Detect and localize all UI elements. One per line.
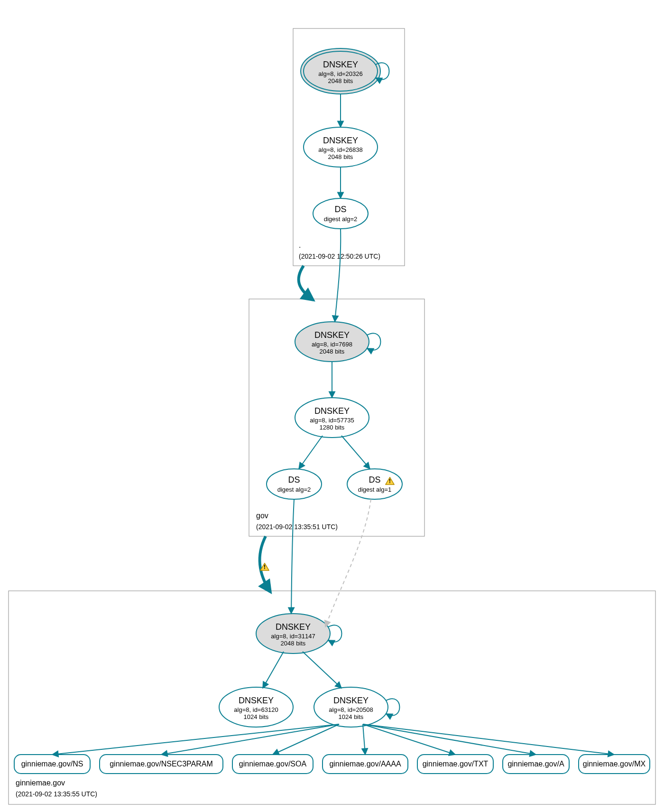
dnssec-graph: .(2021-09-02 12:50:26 UTC)gov(2021-09-02…: [0, 0, 664, 812]
svg-text:2048 bits: 2048 bits: [328, 153, 353, 160]
svg-text:alg=8, id=20508: alg=8, id=20508: [329, 706, 373, 713]
edge-govds1-gmksk: [325, 499, 371, 627]
svg-text:ginniemae.gov/A: ginniemae.gov/A: [507, 760, 564, 768]
node-root_ds: DSdigest alg=2: [313, 198, 368, 229]
edge-gmzsk2-ns: [52, 724, 339, 755]
edge-govzsk-ds1: [341, 436, 370, 469]
svg-text:DNSKEY: DNSKEY: [239, 696, 274, 705]
svg-text:alg=8, id=7698: alg=8, id=7698: [312, 341, 352, 348]
edge-gmksk-zsk1: [263, 652, 284, 688]
node-root_zsk: DNSKEYalg=8, id=268382048 bits: [304, 127, 378, 167]
node-root_ksk: DNSKEYalg=8, id=203262048 bits: [301, 48, 380, 94]
rrset-mx: ginniemae.gov/MX: [579, 755, 650, 774]
edge-gmksk-zsk2: [303, 652, 341, 688]
svg-text:1024 bits: 1024 bits: [339, 713, 364, 720]
node-gm_zsk1: DNSKEYalg=8, id=631201024 bits: [219, 687, 293, 727]
svg-text:DNSKEY: DNSKEY: [314, 330, 350, 340]
svg-text:ginniemae.gov/AAAA: ginniemae.gov/AAAA: [329, 760, 401, 768]
edge-gmzsk2-soa: [273, 724, 339, 755]
svg-text:DNSKEY: DNSKEY: [333, 696, 369, 705]
svg-text:ginniemae.gov/NS: ginniemae.gov/NS: [21, 760, 83, 768]
svg-text:!: !: [264, 563, 266, 570]
svg-text:DNSKEY: DNSKEY: [314, 406, 350, 416]
svg-text:alg=8, id=20326: alg=8, id=20326: [318, 70, 362, 77]
edge-root-to-gov-zone: [299, 266, 313, 300]
svg-text:ginniemae.gov/TXT: ginniemae.gov/TXT: [423, 760, 489, 768]
edge-gmzsk2-a: [363, 724, 536, 755]
svg-text:1024 bits: 1024 bits: [244, 713, 269, 720]
node-gov_ksk: DNSKEYalg=8, id=76982048 bits: [295, 322, 369, 362]
edge-govzsk-ds2: [299, 436, 323, 469]
svg-text:digest alg=2: digest alg=2: [324, 215, 357, 223]
node-gov_ds2: DSdigest alg=2: [267, 469, 322, 499]
rrset-txt: ginniemae.gov/TXT: [417, 755, 493, 774]
svg-text:DS: DS: [288, 475, 300, 485]
zone-name-gov: gov: [256, 512, 268, 520]
svg-text:1280 bits: 1280 bits: [320, 424, 345, 431]
svg-text:2048 bits: 2048 bits: [328, 77, 353, 84]
rrset-soa: ginniemae.gov/SOA: [232, 755, 313, 774]
svg-text:DS: DS: [369, 475, 380, 485]
svg-text:ginniemae.gov/MX: ginniemae.gov/MX: [583, 760, 646, 768]
svg-text:digest alg=1: digest alg=1: [358, 486, 391, 493]
zone-timestamp-ginniemae: (2021-09-02 13:35:55 UTC): [16, 790, 97, 798]
svg-text:2048 bits: 2048 bits: [320, 348, 345, 355]
svg-text:ginniemae.gov/SOA: ginniemae.gov/SOA: [239, 760, 307, 768]
node-gm_zsk2: DNSKEYalg=8, id=205081024 bits: [314, 687, 388, 727]
edge-govds2-gmksk: [291, 499, 294, 614]
zone-timestamp-gov: (2021-09-02 13:35:51 UTC): [256, 523, 338, 531]
zone-timestamp-root: (2021-09-02 12:50:26 UTC): [299, 252, 380, 260]
svg-text:alg=8, id=26838: alg=8, id=26838: [318, 146, 362, 153]
edge-gmzsk2-mx: [363, 724, 614, 755]
rrset-a: ginniemae.gov/A: [503, 755, 569, 774]
svg-text:ginniemae.gov/NSEC3PARAM: ginniemae.gov/NSEC3PARAM: [110, 760, 213, 768]
zone-name-ginniemae: ginniemae.gov: [16, 779, 65, 787]
edge-rootds-govksk: [335, 229, 341, 322]
svg-text:DNSKEY: DNSKEY: [276, 622, 311, 632]
svg-text:alg=8, id=63120: alg=8, id=63120: [234, 706, 278, 713]
svg-text:DS: DS: [334, 205, 346, 214]
svg-text:digest alg=2: digest alg=2: [277, 486, 311, 493]
rrset-nsec3param: ginniemae.gov/NSEC3PARAM: [100, 755, 223, 774]
node-gov_zsk: DNSKEYalg=8, id=577351280 bits: [295, 398, 369, 438]
rrset-ns: ginniemae.gov/NS: [14, 755, 90, 774]
edge-gmzsk2-nsec3param: [161, 724, 339, 755]
zone-name-root: .: [299, 241, 301, 249]
svg-text:DNSKEY: DNSKEY: [323, 136, 358, 145]
svg-text:2048 bits: 2048 bits: [281, 640, 306, 647]
node-gm_ksk: DNSKEYalg=8, id=311472048 bits: [256, 614, 330, 653]
svg-text:alg=8, id=31147: alg=8, id=31147: [271, 633, 315, 640]
rrset-aaaa: ginniemae.gov/AAAA: [323, 755, 408, 774]
svg-text:alg=8, id=57735: alg=8, id=57735: [310, 417, 354, 424]
edge-gmzsk2-txt: [363, 724, 455, 755]
edge-gmzsk2-aaaa: [363, 724, 365, 755]
svg-text:!: !: [389, 477, 391, 485]
svg-text:DNSKEY: DNSKEY: [323, 60, 358, 69]
